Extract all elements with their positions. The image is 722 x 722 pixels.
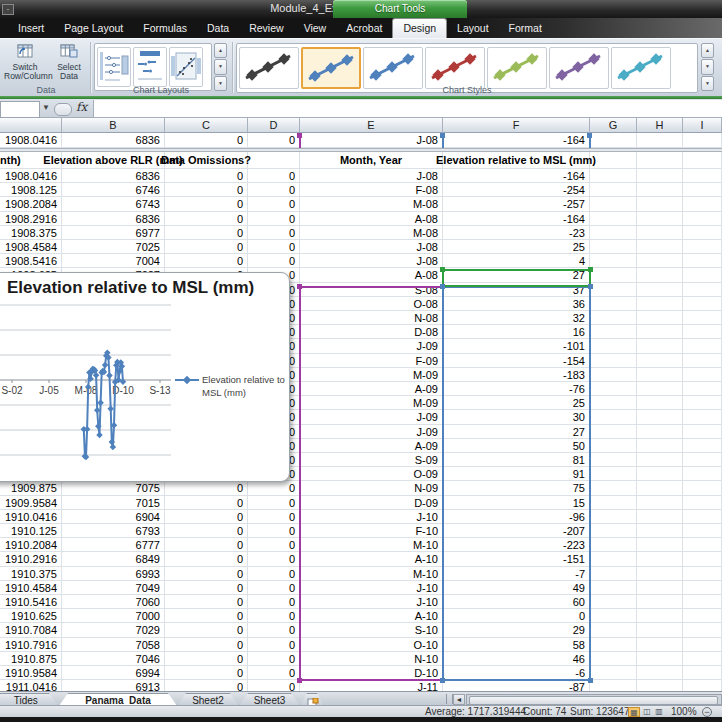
cell[interactable]: 0 [248, 595, 300, 609]
cell[interactable]: 0 [248, 652, 300, 666]
cell[interactable]: O-10 [300, 638, 443, 652]
cell[interactable] [637, 609, 683, 623]
cell[interactable]: 0 [248, 254, 300, 268]
cell[interactable] [590, 339, 637, 353]
cell[interactable]: 0 [248, 666, 300, 680]
cell[interactable] [683, 595, 722, 609]
cell[interactable]: 15 [443, 496, 590, 510]
cell[interactable]: 16 [443, 325, 590, 339]
cell[interactable] [637, 638, 683, 652]
range-fill-handle[interactable] [588, 267, 593, 272]
cell[interactable]: 0 [248, 538, 300, 552]
cell[interactable] [637, 567, 683, 581]
cell[interactable] [248, 152, 300, 169]
cell[interactable] [637, 311, 683, 325]
cell[interactable]: 60 [443, 595, 590, 609]
cell[interactable]: 6994 [62, 666, 165, 680]
cell[interactable] [683, 197, 722, 211]
cell[interactable]: Elevation relative to MSL (mm) [443, 152, 590, 169]
cell[interactable]: D-09 [300, 496, 443, 510]
cell[interactable]: 6777 [62, 538, 165, 552]
cell[interactable] [683, 666, 722, 680]
cell[interactable]: 0 [165, 240, 248, 254]
cell[interactable] [590, 368, 637, 382]
cell[interactable]: 1910.9584 [0, 666, 62, 680]
cell[interactable]: -257 [443, 197, 590, 211]
cell[interactable]: D-10 [300, 666, 443, 680]
cell[interactable] [683, 581, 722, 595]
cell[interactable]: 0 [248, 524, 300, 538]
cell[interactable]: A-10 [300, 609, 443, 623]
cell[interactable]: 7015 [62, 496, 165, 510]
cell[interactable]: M-08 [300, 226, 443, 240]
ribbon-tab-page-layout[interactable]: Page Layout [54, 19, 133, 38]
cell[interactable] [683, 382, 722, 396]
cell[interactable]: 0 [248, 197, 300, 211]
cell[interactable] [683, 396, 722, 410]
cell[interactable]: 0 [248, 212, 300, 226]
cell[interactable]: 7004 [62, 254, 165, 268]
cell[interactable] [637, 240, 683, 254]
insert-function-oval[interactable] [54, 103, 72, 116]
cell[interactable]: 1908.0416 [0, 169, 62, 183]
cell[interactable] [637, 226, 683, 240]
cell[interactable]: J-08 [300, 133, 443, 148]
cell[interactable]: N-10 [300, 652, 443, 666]
cell[interactable]: 1910.625 [0, 609, 62, 623]
cell[interactable] [637, 268, 683, 282]
cell[interactable] [637, 197, 683, 211]
styles-scroll-up-icon[interactable]: ▲ [701, 43, 714, 58]
cell[interactable]: 0 [165, 133, 248, 148]
cell[interactable]: -101 [443, 339, 590, 353]
cell[interactable]: 7025 [62, 240, 165, 254]
cell[interactable] [637, 595, 683, 609]
cell[interactable]: 6849 [62, 552, 165, 566]
cell[interactable]: 4 [443, 254, 590, 268]
styles-more-icon[interactable]: ▼ [701, 76, 714, 91]
cell[interactable] [637, 481, 683, 495]
cell[interactable]: A-08 [300, 212, 443, 226]
cell[interactable] [590, 581, 637, 595]
cell[interactable]: 27 [443, 425, 590, 439]
cell[interactable] [683, 496, 722, 510]
cell[interactable] [683, 325, 722, 339]
cell[interactable]: 58 [443, 638, 590, 652]
freeze-pane-divider[interactable] [0, 148, 722, 152]
column-header-B[interactable]: B [62, 118, 165, 133]
styles-scroll-down-icon[interactable]: ▼ [701, 59, 714, 74]
cell[interactable] [683, 354, 722, 368]
cell[interactable]: -164 [443, 133, 590, 148]
name-box[interactable] [0, 101, 40, 118]
ribbon-tab-insert[interactable]: Insert [8, 19, 54, 38]
formula-input[interactable] [93, 100, 722, 117]
embedded-chart[interactable]: S-02J-05M-08D-10S-13 Elevation relative … [0, 272, 290, 482]
cell[interactable]: N-08 [300, 311, 443, 325]
cell[interactable]: S-10 [300, 623, 443, 637]
chart-title[interactable]: Elevation relative to MSL (mm) [7, 278, 254, 298]
cell[interactable] [637, 538, 683, 552]
cell[interactable] [590, 396, 637, 410]
cell[interactable]: 6836 [62, 133, 165, 148]
cell[interactable] [590, 268, 637, 282]
cell[interactable] [590, 595, 637, 609]
column-header-F[interactable]: F [443, 118, 590, 133]
column-header-C[interactable]: C [165, 118, 248, 133]
cell[interactable] [683, 652, 722, 666]
cell[interactable]: 0 [248, 240, 300, 254]
cell[interactable]: 1910.375 [0, 567, 62, 581]
cell[interactable] [683, 638, 722, 652]
cell[interactable] [683, 538, 722, 552]
cell[interactable]: 0 [165, 197, 248, 211]
cell[interactable]: 1908.125 [0, 183, 62, 197]
cell[interactable]: 0 [248, 169, 300, 183]
cell[interactable]: 1910.125 [0, 524, 62, 538]
cell[interactable] [637, 325, 683, 339]
cell[interactable]: -164 [443, 169, 590, 183]
cell[interactable]: 6993 [62, 567, 165, 581]
cell[interactable]: 0 [165, 652, 248, 666]
column-header[interactable] [0, 118, 62, 133]
cell[interactable] [683, 481, 722, 495]
cell[interactable]: 0 [248, 481, 300, 495]
cell[interactable] [590, 283, 637, 297]
cell[interactable] [637, 623, 683, 637]
